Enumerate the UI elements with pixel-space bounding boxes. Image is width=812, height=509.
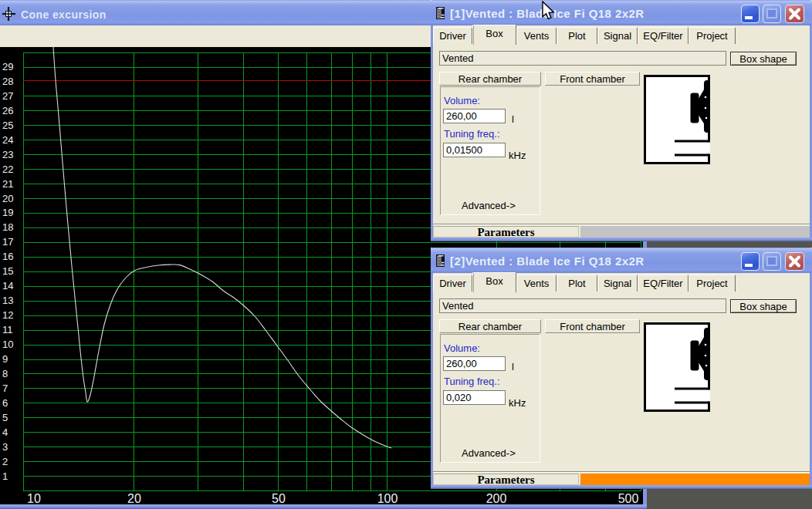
svg-text:1: 1 [2,470,8,482]
svg-text:16: 16 [2,251,13,262]
svg-text:6: 6 [2,397,8,409]
svg-text:25: 25 [2,120,13,131]
svg-text:5: 5 [2,412,8,423]
svg-text:17: 17 [2,236,13,248]
svg-text:14: 14 [2,280,13,292]
svg-text:9: 9 [2,353,8,365]
svg-text:20: 20 [127,492,141,504]
svg-text:13: 13 [2,295,13,306]
svg-text:19: 19 [2,207,13,218]
svg-text:500: 500 [618,492,639,504]
svg-text:2: 2 [2,456,8,467]
svg-text:18: 18 [2,221,13,233]
svg-text:15: 15 [2,265,13,277]
svg-text:28: 28 [2,76,13,87]
svg-text:24: 24 [2,134,13,146]
svg-text:27: 27 [2,90,13,102]
svg-text:23: 23 [2,149,13,160]
svg-text:50: 50 [272,492,286,504]
svg-text:3: 3 [2,441,8,453]
svg-text:10: 10 [27,492,41,504]
svg-text:26: 26 [2,105,13,116]
svg-text:12: 12 [2,309,13,321]
svg-text:29: 29 [2,61,13,72]
svg-text:200: 200 [486,492,507,504]
svg-text:20: 20 [2,193,13,204]
svg-text:21: 21 [2,178,13,190]
svg-text:22: 22 [2,163,13,175]
svg-text:4: 4 [2,426,8,438]
svg-text:10: 10 [2,339,13,350]
svg-text:7: 7 [2,383,8,394]
svg-text:11: 11 [2,324,13,335]
svg-text:100: 100 [377,492,398,504]
svg-text:8: 8 [2,368,8,379]
